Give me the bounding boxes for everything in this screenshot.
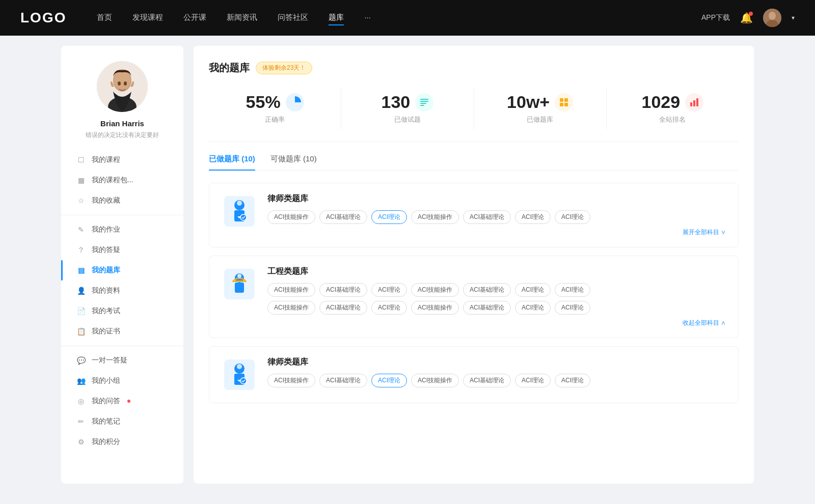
sidebar-item-course[interactable]: ☐ 我的课程 xyxy=(61,150,183,170)
sidebar-item-one-on-one[interactable]: 💬 一对一答疑 xyxy=(61,350,183,371)
svg-point-6 xyxy=(114,71,130,90)
tag-item[interactable]: ACI技能操作 xyxy=(267,210,315,224)
tag-item[interactable]: ACI理论 xyxy=(371,283,407,297)
notification-bell[interactable]: 🔔 xyxy=(740,12,753,24)
stat-val-row: 10w+ xyxy=(484,92,596,112)
page-title-row: 我的题库 体验剩余23天！ xyxy=(209,61,739,75)
nav-more[interactable]: ··· xyxy=(364,11,371,25)
svg-rect-16 xyxy=(560,103,563,106)
nav-home[interactable]: 首页 xyxy=(97,11,112,25)
svg-point-34 xyxy=(237,364,242,369)
expand-all-link[interactable]: 展开全部科目 ∨ xyxy=(267,228,726,237)
sidebar-divider-2 xyxy=(61,346,183,346)
tag-item[interactable]: ACI理论 xyxy=(555,210,590,224)
app-download[interactable]: APP下载 xyxy=(701,13,730,22)
tag-item[interactable]: ACI基础理论 xyxy=(319,301,367,315)
lawyer-icon-2 xyxy=(224,359,255,390)
tag-item-active[interactable]: ACI理论 xyxy=(371,210,407,224)
tag-item[interactable]: ACI基础理论 xyxy=(319,283,367,297)
tag-item[interactable]: ACI基础理论 xyxy=(463,210,511,224)
sidebar-item-label: 我的小组 xyxy=(92,376,120,385)
svg-point-7 xyxy=(118,81,121,86)
stat-val-row: 55% xyxy=(219,92,331,112)
qbank-card-engineer: 工程类题库 ACI技能操作 ACI基础理论 ACI理论 ACI技能操作 ACI基… xyxy=(209,256,739,338)
svg-rect-20 xyxy=(696,98,698,106)
sidebar-item-label: 我的问答 xyxy=(92,397,120,406)
tag-item[interactable]: ACI技能操作 xyxy=(411,374,459,387)
tag-item[interactable]: ACI理论 xyxy=(515,301,551,315)
sidebar-item-answers[interactable]: ◎ 我的问答 xyxy=(61,391,183,411)
stats-row: 55% 正确率 130 xyxy=(209,87,739,142)
tag-item[interactable]: ACI理论 xyxy=(515,374,551,387)
tag-item[interactable]: ACI基础理论 xyxy=(463,283,511,297)
tag-item[interactable]: ACI技能操作 xyxy=(267,374,315,387)
sidebar-item-group[interactable]: 👥 我的小组 xyxy=(61,371,183,391)
avatar-image-icon xyxy=(763,9,781,27)
svg-point-1 xyxy=(769,12,776,20)
tag-item[interactable]: ACI技能操作 xyxy=(411,283,459,297)
sidebar-menu: ☐ 我的课程 ▦ 我的课程包... ☆ 我的收藏 ✎ 我的作业 ? 我的答疑 ▤ xyxy=(61,150,183,452)
tag-item[interactable]: ACI技能操作 xyxy=(267,283,315,297)
qbank-body-lawyer-1: 律师类题库 ACI技能操作 ACI基础理论 ACI理论 ACI技能操作 ACI基… xyxy=(267,193,726,237)
svg-rect-18 xyxy=(690,102,692,106)
ranking-icon xyxy=(685,93,703,111)
sidebar-item-exam[interactable]: 📄 我的考试 xyxy=(61,301,183,321)
nav-discover[interactable]: 发现课程 xyxy=(132,11,163,25)
answer-icon: ◎ xyxy=(76,397,86,406)
sidebar-item-course-pkg[interactable]: ▦ 我的课程包... xyxy=(61,170,183,190)
qbank-icon-lawyer-2 xyxy=(222,357,257,393)
svg-rect-10 xyxy=(420,99,428,100)
logo: LOGO xyxy=(20,10,66,26)
tag-item[interactable]: ACI技能操作 xyxy=(411,301,459,315)
user-dropdown-arrow[interactable]: ▾ xyxy=(792,14,795,21)
sidebar-item-label: 一对一答疑 xyxy=(92,356,127,365)
sidebar-item-qbank[interactable]: ▤ 我的题库 xyxy=(61,260,183,281)
tag-item-active[interactable]: ACI理论 xyxy=(371,374,407,387)
tabs-row: 已做题库 (10) 可做题库 (10) xyxy=(209,154,739,171)
user-avatar-nav[interactable] xyxy=(763,9,781,27)
sidebar-item-notes[interactable]: ✏ 我的笔记 xyxy=(61,411,183,432)
tag-item[interactable]: ACI基础理论 xyxy=(319,210,367,224)
tag-item[interactable]: ACI基础理论 xyxy=(463,374,511,387)
stat-val-row: 1029 xyxy=(617,92,728,112)
tag-item[interactable]: ACI技能操作 xyxy=(267,301,315,315)
sidebar-item-homework[interactable]: ✎ 我的作业 xyxy=(61,219,183,240)
sidebar-item-cert[interactable]: 📋 我的证书 xyxy=(61,321,183,342)
tag-item[interactable]: ACI理论 xyxy=(515,210,551,224)
tag-item[interactable]: ACI理论 xyxy=(515,283,551,297)
svg-rect-28 xyxy=(235,283,244,293)
stat-done-questions: 130 已做试题 xyxy=(341,87,474,129)
bank-icon: ▤ xyxy=(76,266,86,275)
nav-qa[interactable]: 问答社区 xyxy=(278,11,308,25)
svg-rect-11 xyxy=(420,101,428,102)
bar-chart-icon xyxy=(689,97,699,107)
tag-item[interactable]: ACI理论 xyxy=(371,301,407,315)
done-banks-icon xyxy=(555,93,573,111)
tag-item[interactable]: ACI理论 xyxy=(555,374,590,387)
collapse-all-link[interactable]: 收起全部科目 ∧ xyxy=(267,319,726,327)
stat-val-row: 130 xyxy=(351,92,463,112)
sidebar-item-points[interactable]: ⚙ 我的积分 xyxy=(61,432,183,452)
bar-icon: ▦ xyxy=(76,176,86,185)
nav-links: 首页 发现课程 公开课 新闻资讯 问答社区 题库 ··· xyxy=(97,11,701,25)
sidebar-item-label: 我的积分 xyxy=(92,437,120,446)
tag-item[interactable]: ACI技能操作 xyxy=(411,210,459,224)
tag-item[interactable]: ACI基础理论 xyxy=(319,374,367,387)
nav-qbank[interactable]: 题库 xyxy=(329,11,344,25)
sidebar-item-qa[interactable]: ? 我的答疑 xyxy=(61,240,183,260)
tab-done-banks[interactable]: 已做题库 (10) xyxy=(209,154,255,170)
sidebar-item-profile[interactable]: 👤 我的资料 xyxy=(61,281,183,301)
nav-open[interactable]: 公开课 xyxy=(183,11,206,25)
accuracy-label: 正确率 xyxy=(219,115,331,124)
svg-rect-15 xyxy=(564,98,568,102)
tab-available-banks[interactable]: 可做题库 (10) xyxy=(270,154,317,170)
sidebar-item-collection[interactable]: ☆ 我的收藏 xyxy=(61,190,183,211)
svg-rect-12 xyxy=(420,103,426,104)
tag-item[interactable]: ACI理论 xyxy=(555,283,590,297)
score-icon: ⚙ xyxy=(76,437,86,446)
tags-row-lawyer-2: ACI技能操作 ACI基础理论 ACI理论 ACI技能操作 ACI基础理论 AC… xyxy=(267,374,726,387)
tag-item[interactable]: ACI基础理论 xyxy=(463,301,511,315)
nav-news[interactable]: 新闻资讯 xyxy=(227,11,257,25)
tag-item[interactable]: ACI理论 xyxy=(555,301,590,315)
sidebar-item-label: 我的证书 xyxy=(92,327,120,336)
